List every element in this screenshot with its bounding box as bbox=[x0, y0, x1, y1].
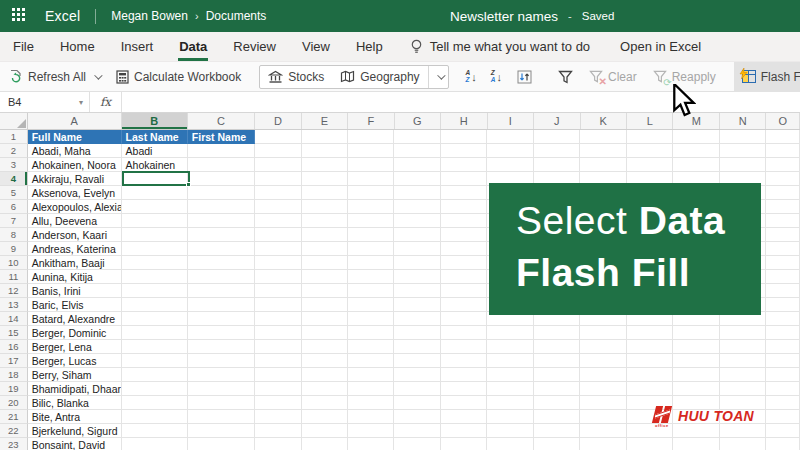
cell-H16[interactable] bbox=[441, 340, 487, 354]
cell-A16[interactable]: Berger, Lena bbox=[28, 340, 122, 354]
cell-K21[interactable] bbox=[580, 410, 626, 424]
cell-I17[interactable] bbox=[487, 354, 533, 368]
cell-H5[interactable] bbox=[441, 186, 487, 200]
cell-O2[interactable] bbox=[766, 144, 800, 158]
column-header-M[interactable]: M bbox=[673, 113, 719, 129]
column-header-D[interactable]: D bbox=[255, 113, 301, 129]
cell-G6[interactable] bbox=[394, 200, 440, 214]
cell-D5[interactable] bbox=[255, 186, 301, 200]
stocks-button[interactable]: Stocks bbox=[260, 66, 332, 88]
cell-G21[interactable] bbox=[394, 410, 440, 424]
cell-N22[interactable] bbox=[720, 424, 766, 438]
geography-button[interactable]: Geography bbox=[332, 66, 427, 88]
cell-E6[interactable] bbox=[302, 200, 348, 214]
cell-K3[interactable] bbox=[580, 158, 626, 172]
cell-H22[interactable] bbox=[441, 424, 487, 438]
cell-A23[interactable]: Bonsaint, David bbox=[28, 438, 122, 450]
row-header-23[interactable]: 23 bbox=[0, 438, 28, 450]
cell-C18[interactable] bbox=[188, 368, 255, 382]
cell-O5[interactable] bbox=[766, 186, 800, 200]
cell-G17[interactable] bbox=[394, 354, 440, 368]
cell-I2[interactable] bbox=[487, 144, 533, 158]
cell-B22[interactable] bbox=[122, 424, 188, 438]
cell-E9[interactable] bbox=[302, 242, 348, 256]
cell-H4[interactable] bbox=[441, 172, 487, 186]
menu-item-home[interactable]: Home bbox=[47, 32, 108, 61]
cell-B19[interactable] bbox=[122, 382, 188, 396]
cell-D7[interactable] bbox=[255, 214, 301, 228]
cell-D4[interactable] bbox=[255, 172, 301, 186]
cell-H19[interactable] bbox=[441, 382, 487, 396]
menu-item-file[interactable]: File bbox=[0, 32, 47, 61]
cell-L15[interactable] bbox=[627, 326, 673, 340]
cell-H11[interactable] bbox=[441, 270, 487, 284]
cell-G7[interactable] bbox=[394, 214, 440, 228]
row-header-16[interactable]: 16 bbox=[0, 340, 28, 354]
cell-D17[interactable] bbox=[255, 354, 301, 368]
cell-N16[interactable] bbox=[720, 340, 766, 354]
cell-G5[interactable] bbox=[394, 186, 440, 200]
cell-O15[interactable] bbox=[766, 326, 800, 340]
cell-N19[interactable] bbox=[720, 382, 766, 396]
cell-C19[interactable] bbox=[188, 382, 255, 396]
column-header-N[interactable]: N bbox=[720, 113, 766, 129]
cell-C23[interactable] bbox=[188, 438, 255, 450]
cell-D3[interactable] bbox=[255, 158, 301, 172]
column-header-G[interactable]: G bbox=[395, 113, 441, 129]
column-header-B[interactable]: B bbox=[122, 113, 188, 129]
cell-I18[interactable] bbox=[487, 368, 533, 382]
cell-L1[interactable] bbox=[627, 130, 673, 144]
cell-K17[interactable] bbox=[580, 354, 626, 368]
cell-J20[interactable] bbox=[534, 396, 580, 410]
cell-B4[interactable] bbox=[122, 172, 188, 186]
cell-G2[interactable] bbox=[394, 144, 440, 158]
cell-F6[interactable] bbox=[348, 200, 394, 214]
cell-D19[interactable] bbox=[255, 382, 301, 396]
document-title[interactable]: Newsletter names bbox=[450, 9, 558, 24]
cell-H18[interactable] bbox=[441, 368, 487, 382]
row-header-14[interactable]: 14 bbox=[0, 312, 28, 326]
cell-D20[interactable] bbox=[255, 396, 301, 410]
cell-E21[interactable] bbox=[302, 410, 348, 424]
refresh-all-button[interactable]: Refresh All bbox=[0, 62, 108, 92]
cell-K15[interactable] bbox=[580, 326, 626, 340]
cell-I15[interactable] bbox=[487, 326, 533, 340]
cell-H14[interactable] bbox=[441, 312, 487, 326]
cell-O19[interactable] bbox=[766, 382, 800, 396]
cell-A7[interactable]: Allu, Deevena bbox=[28, 214, 122, 228]
cell-O13[interactable] bbox=[766, 298, 800, 312]
cell-E23[interactable] bbox=[302, 438, 348, 450]
cell-H1[interactable] bbox=[441, 130, 487, 144]
cell-A2[interactable]: Abadi, Maha bbox=[28, 144, 122, 158]
cell-F4[interactable] bbox=[348, 172, 394, 186]
cell-B3[interactable]: Ahokainen bbox=[122, 158, 188, 172]
cell-G15[interactable] bbox=[394, 326, 440, 340]
cell-M15[interactable] bbox=[673, 326, 719, 340]
cell-E12[interactable] bbox=[302, 284, 348, 298]
cell-F11[interactable] bbox=[348, 270, 394, 284]
cell-B17[interactable] bbox=[122, 354, 188, 368]
cell-D15[interactable] bbox=[255, 326, 301, 340]
cell-B18[interactable] bbox=[122, 368, 188, 382]
cell-I20[interactable] bbox=[487, 396, 533, 410]
cell-F23[interactable] bbox=[348, 438, 394, 450]
cell-C4[interactable] bbox=[188, 172, 255, 186]
cell-I21[interactable] bbox=[487, 410, 533, 424]
data-types-dropdown[interactable] bbox=[428, 66, 448, 88]
cell-A21[interactable]: Bite, Antra bbox=[28, 410, 122, 424]
cell-B5[interactable] bbox=[122, 186, 188, 200]
cell-E20[interactable] bbox=[302, 396, 348, 410]
cell-G18[interactable] bbox=[394, 368, 440, 382]
cell-M2[interactable] bbox=[673, 144, 719, 158]
cell-C17[interactable] bbox=[188, 354, 255, 368]
row-header-2[interactable]: 2 bbox=[0, 144, 28, 158]
cell-N17[interactable] bbox=[720, 354, 766, 368]
cell-M16[interactable] bbox=[673, 340, 719, 354]
cell-O22[interactable] bbox=[766, 424, 800, 438]
column-header-A[interactable]: A bbox=[28, 113, 122, 129]
menu-item-insert[interactable]: Insert bbox=[108, 32, 167, 61]
cell-K2[interactable] bbox=[580, 144, 626, 158]
cell-C6[interactable] bbox=[188, 200, 255, 214]
cell-E13[interactable] bbox=[302, 298, 348, 312]
row-header-22[interactable]: 22 bbox=[0, 424, 28, 438]
